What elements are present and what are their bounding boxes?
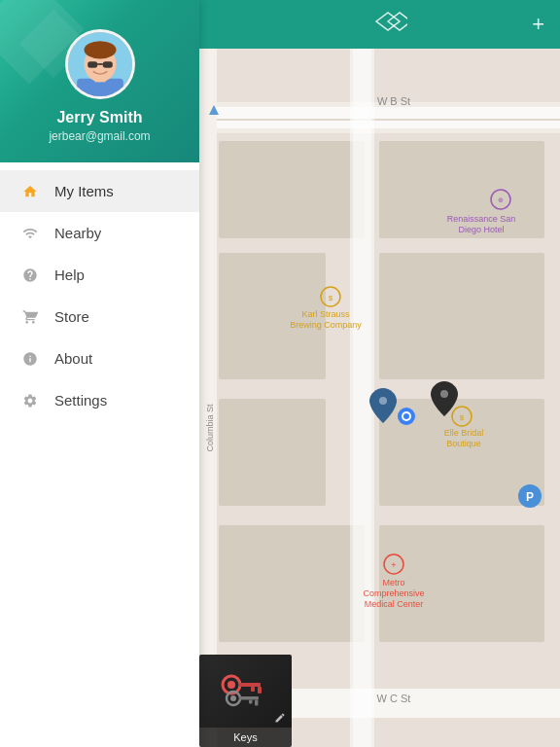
svg-rect-14	[219, 141, 365, 238]
svg-point-36	[403, 413, 409, 419]
sidebar: Jerry Smith jerbear@gmail.com My Items N…	[0, 0, 199, 747]
svg-text:+: +	[391, 560, 396, 570]
svg-rect-24	[199, 49, 217, 747]
svg-rect-15	[379, 141, 544, 238]
top-bar: +	[199, 0, 560, 49]
map-label-columbia-st: Columbia St	[205, 404, 215, 452]
sidebar-item-nearby-label: Nearby	[54, 225, 101, 241]
sidebar-item-about-label: About	[54, 350, 92, 367]
svg-text:Brewing Company: Brewing Company	[290, 320, 362, 330]
question-icon	[19, 267, 41, 283]
map-label-wc-st: W C St	[377, 693, 411, 704]
sidebar-item-nearby[interactable]: Nearby	[0, 212, 199, 254]
svg-rect-52	[258, 687, 262, 694]
sidebar-header: Jerry Smith jerbear@gmail.com	[0, 0, 199, 162]
sidebar-item-settings[interactable]: Settings	[0, 379, 199, 421]
sidebar-item-help-label: Help	[54, 267, 85, 283]
svg-rect-51	[251, 687, 255, 692]
svg-point-37	[440, 390, 448, 398]
svg-rect-20	[219, 525, 365, 642]
user-email: jerbear@gmail.com	[49, 129, 150, 143]
sidebar-item-my-items-label: My Items	[54, 183, 114, 199]
map-label-elle-bridal: Elle Bridal	[444, 428, 484, 438]
gear-icon	[19, 393, 41, 409]
app-logo	[368, 11, 407, 38]
svg-rect-56	[249, 699, 253, 703]
info-icon	[19, 351, 41, 367]
svg-rect-17	[379, 253, 544, 379]
svg-rect-5	[88, 61, 97, 67]
svg-text:$: $	[329, 294, 333, 302]
map-label-renaissance: Renaissance San	[447, 214, 516, 224]
home-icon	[19, 184, 41, 199]
svg-text:P: P	[526, 490, 534, 504]
signal-icon	[19, 226, 41, 241]
item-preview-name: Keys	[233, 731, 257, 743]
svg-point-54	[230, 695, 236, 701]
svg-rect-12	[199, 107, 560, 128]
map-label-karl-strauss: Karl Strauss	[301, 309, 350, 319]
avatar	[65, 29, 135, 99]
main-content: +	[199, 0, 560, 747]
item-preview-card[interactable]: Keys	[199, 655, 292, 747]
cart-icon	[19, 309, 41, 325]
user-name: Jerry Smith	[56, 109, 142, 126]
svg-rect-23	[353, 49, 371, 747]
edit-icon[interactable]	[274, 712, 286, 726]
svg-rect-13	[199, 119, 560, 121]
svg-text:⊕: ⊕	[498, 196, 504, 203]
sidebar-item-help[interactable]: Help	[0, 254, 199, 296]
map-label-wb-st: W B St	[377, 95, 410, 107]
sidebar-item-store-label: Store	[54, 308, 89, 325]
svg-rect-6	[102, 61, 112, 67]
svg-text:Comprehensive: Comprehensive	[363, 588, 424, 598]
svg-point-49	[228, 681, 235, 689]
svg-rect-50	[239, 683, 261, 687]
sidebar-item-store[interactable]: Store	[0, 296, 199, 338]
svg-point-38	[379, 397, 387, 405]
sidebar-item-my-items[interactable]: My Items	[0, 170, 199, 212]
svg-text:$: $	[460, 413, 465, 422]
add-button[interactable]: +	[532, 12, 544, 37]
svg-text:Boutique: Boutique	[446, 439, 481, 448]
svg-text:Medical Center: Medical Center	[365, 599, 424, 609]
map-container[interactable]: W B St W C St Columbia St ⊕ Renaissance …	[199, 49, 560, 747]
svg-point-4	[84, 41, 116, 58]
svg-rect-57	[255, 699, 259, 705]
svg-rect-55	[239, 696, 259, 700]
svg-rect-18	[219, 399, 326, 506]
item-preview-label-bar: Keys	[199, 728, 292, 747]
sidebar-item-settings-label: Settings	[54, 392, 107, 409]
map-label-metro: Metro	[382, 578, 404, 587]
sidebar-item-about[interactable]: About	[0, 338, 199, 379]
svg-text:Diego Hotel: Diego Hotel	[458, 225, 504, 234]
sidebar-nav: My Items Nearby Help	[0, 162, 199, 747]
